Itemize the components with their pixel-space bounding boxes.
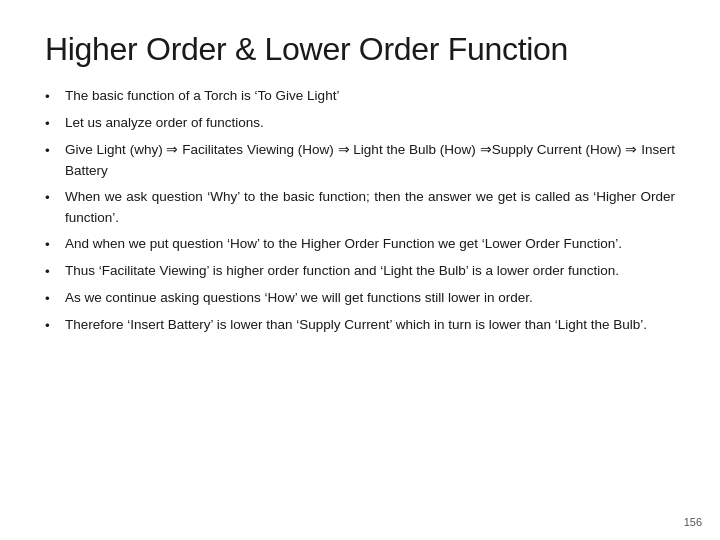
list-item: • When we ask question ‘Why’ to the basi… xyxy=(45,187,675,229)
bullet-text: Thus ‘Facilitate Viewing’ is higher orde… xyxy=(65,261,675,282)
bullet-text: Let us analyze order of functions. xyxy=(65,113,675,134)
page-number: 156 xyxy=(684,516,702,528)
slide-content: • The basic function of a Torch is ‘To G… xyxy=(45,86,675,336)
bullet-icon: • xyxy=(45,289,59,310)
bullet-icon: • xyxy=(45,188,59,209)
slide: Higher Order & Lower Order Function • Th… xyxy=(0,0,720,540)
bullet-text: The basic function of a Torch is ‘To Giv… xyxy=(65,86,675,107)
bullet-icon: • xyxy=(45,262,59,283)
list-item: • Thus ‘Facilitate Viewing’ is higher or… xyxy=(45,261,675,283)
list-item: • The basic function of a Torch is ‘To G… xyxy=(45,86,675,108)
list-item: • Therefore ‘Insert Battery’ is lower th… xyxy=(45,315,675,337)
bullet-text: Therefore ‘Insert Battery’ is lower than… xyxy=(65,315,675,336)
bullet-icon: • xyxy=(45,235,59,256)
list-item: • As we continue asking questions ‘How’ … xyxy=(45,288,675,310)
bullet-icon: • xyxy=(45,87,59,108)
bullet-text: As we continue asking questions ‘How’ we… xyxy=(65,288,675,309)
bullet-text: Give Light (why) ⇒ Facilitates Viewing (… xyxy=(65,140,675,182)
bullet-icon: • xyxy=(45,114,59,135)
list-item: • Give Light (why) ⇒ Facilitates Viewing… xyxy=(45,140,675,182)
list-item: • Let us analyze order of functions. xyxy=(45,113,675,135)
slide-title: Higher Order & Lower Order Function xyxy=(45,30,675,68)
bullet-text: And when we put question ‘How’ to the Hi… xyxy=(65,234,675,255)
bullet-icon: • xyxy=(45,141,59,162)
bullet-icon: • xyxy=(45,316,59,337)
list-item: • And when we put question ‘How’ to the … xyxy=(45,234,675,256)
bullet-text: When we ask question ‘Why’ to the basic … xyxy=(65,187,675,229)
bullet-list: • The basic function of a Torch is ‘To G… xyxy=(45,86,675,336)
